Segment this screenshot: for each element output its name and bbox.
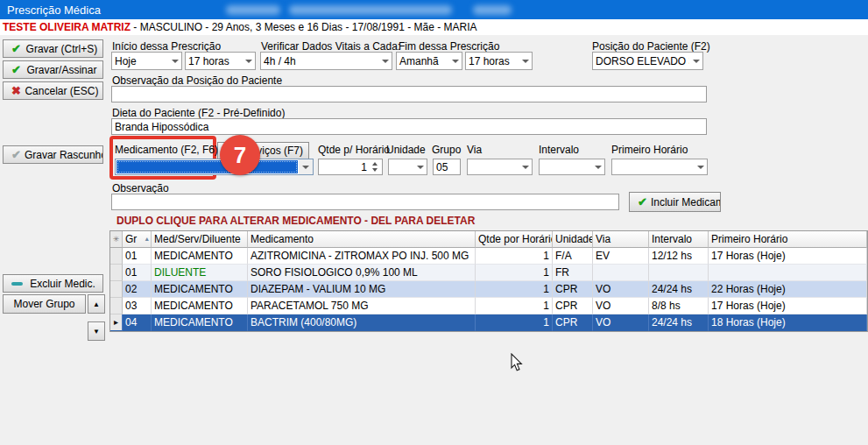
cancelar-button-label: Cancelar (ESC) [21,85,102,97]
intervalo-combo[interactable] [539,159,605,175]
chevron-down-icon [591,166,604,169]
column-header-gr[interactable]: Gr▲ [123,231,152,248]
cell-via: EV [593,248,649,265]
mover-grupo-button[interactable]: Mover Grupo [3,294,86,314]
vitais-value: 4h / 4h [261,55,378,67]
cell-gr: 01 [123,265,152,281]
cell-via: VO [593,281,649,298]
inicio-dia-combo[interactable]: Hoje [111,52,182,70]
move-down-button[interactable]: ▼ [88,321,105,341]
fim-dia-value: Amanhã [397,55,448,67]
column-header-unidade[interactable]: Unidade [553,231,593,248]
vitais-combo[interactable]: 4h / 4h [260,52,392,70]
cell-primeiro: 17 Horas (Hoje) [709,298,867,314]
medication-table: ✳Gr▲Med/Serv/DiluenteMedicamentoQtde por… [109,230,868,332]
cell-unidade: F/A [553,248,593,265]
qtde-label: Qtde p/ Horário [318,144,390,156]
observacao-label: Observação [112,182,169,194]
gravar-assinar-button[interactable]: ✔ Gravar/Assinar [3,60,103,79]
grupo-input[interactable] [433,159,461,175]
posicao-label: Posição do Paciente (F2) [592,40,710,53]
gravar-rascunho-button[interactable]: ✔ Gravar Rascunho [3,145,103,164]
patient-info: - MASCULINO - 29 Anos, 3 Meses e 16 Dias… [131,21,477,33]
arrow-up-icon: ▲ [93,300,100,308]
cell-primeiro: 22 Horas (Hoje) [709,281,867,298]
table-header-row: ✳Gr▲Med/Serv/DiluenteMedicamentoQtde por… [110,231,867,248]
inicio-hora-combo[interactable]: 17 horas [185,52,256,70]
cell-qtde: 1 [476,314,553,331]
obs-posicao-input[interactable] [111,86,707,102]
cell-unidade: CPR [553,281,593,298]
sort-ascending-icon: ▲ [144,236,150,242]
qtde-value: 1 [319,161,369,173]
chevron-down-icon [242,60,255,63]
column-header-primeiro[interactable]: Primeiro Horário [709,231,867,248]
qtde-stepper[interactable]: 1 [318,159,383,175]
column-header-intervalo[interactable]: Intervalo [649,231,709,248]
cell-tipo: MEDICAMENTO [152,298,248,314]
patient-name: TESTE OLIVEIRA MATRIZ [3,21,131,33]
check-icon: ✔ [11,64,21,75]
chevron-down-icon [168,60,181,63]
via-combo[interactable] [467,159,533,175]
column-header-qtde[interactable]: Qtde por Horário [476,231,553,248]
row-indicator [110,265,123,281]
cell-qtde: 1 [476,265,553,281]
redacted-text [226,5,280,15]
cell-tipo: MEDICAMENTO [152,281,248,298]
chevron-down-icon [413,166,427,169]
cell-gr: 04 [123,314,152,331]
medicamento-combo[interactable] [115,159,314,175]
table-row[interactable]: 02MEDICAMENTODIAZEPAM - VALIUM 10 MG1CPR… [110,281,867,298]
mouse-cursor [511,353,523,372]
column-header-via[interactable]: Via [593,231,649,248]
fim-dia-combo[interactable]: Amanhã [396,52,462,70]
cell-gr: 01 [123,248,152,265]
fim-label: Fim dessa Prescrição [399,40,499,53]
check-icon: ✔ [11,43,21,54]
cell-medicamento: DIAZEPAM - VALIUM 10 MG [248,281,476,298]
cell-via: VO [593,298,649,314]
cell-qtde: 1 [476,298,553,314]
column-header-medicamento[interactable]: Medicamento [248,231,476,248]
table-row[interactable]: ▸04MEDICAMENTOBACTRIM (400/80MG)1CPRVO24… [110,314,867,331]
redacted-text [289,5,452,15]
cancelar-button[interactable]: ✖ Cancelar (ESC) [3,81,103,100]
mover-grupo-button-label: Mover Grupo [4,298,85,310]
annotation-step-badge: 7 [220,135,260,175]
table-row[interactable]: 01MEDICAMENTOAZITROMICINA - ZITROMAX PO … [110,248,867,265]
incluir-medicamento-button-label: Incluir Medicamento [647,196,720,208]
unidade-combo[interactable] [388,159,427,175]
dieta-input[interactable] [111,118,707,135]
grid-indicator-header: ✳ [110,231,123,248]
table-row[interactable]: 03MEDICAMENTOPARACETAMOL 750 MG1CPRVO8/8… [110,298,867,314]
obs-posicao-label: Observação da Posição do Paciente [112,74,282,87]
cell-intervalo: 24/24 hs [649,281,709,298]
primeiro-horario-label: Primeiro Horário [611,144,688,156]
cell-primeiro: 18 Horas (Hoje) [709,314,867,331]
cell-tipo: MEDICAMENTO [152,314,248,331]
cell-qtde: 1 [476,281,553,298]
table-row[interactable]: 01DILUENTESORO FISIOLOGICO 0,9% 100 ML1F… [110,265,867,281]
chevron-down-icon [519,166,532,169]
gravar-button[interactable]: ✔ Gravar (Ctrl+S) [3,39,103,58]
unidade-label: Unidade [386,144,426,156]
fim-hora-combo[interactable]: 17 horas [465,52,533,70]
posicao-value: DORSO ELEVADO 30 G [593,55,689,67]
posicao-combo[interactable]: DORSO ELEVADO 30 G [592,52,703,70]
observacao-input[interactable] [111,194,619,210]
cell-gr: 02 [123,281,152,298]
excluir-medic-button[interactable]: Excluir Medic. [3,274,103,293]
spinner-arrows-icon[interactable] [369,162,382,172]
cell-medicamento: SORO FISIOLOGICO 0,9% 100 ML [248,265,476,281]
dieta-label: Dieta do Paciente (F2 - Pré-Definido) [112,107,285,119]
vitais-label: Verificar Dados Vitais a Cada: [261,40,400,53]
medicamento-selected-fill [116,160,298,173]
table-body: 01MEDICAMENTOAZITROMICINA - ZITROMAX PO … [110,248,867,331]
incluir-medicamento-button[interactable]: ✔ Incluir Medicamento [629,192,721,212]
titlebar: Prescrição Médica [0,0,868,19]
primeiro-horario-combo[interactable] [611,159,708,175]
move-up-button[interactable]: ▲ [88,294,105,314]
cell-qtde: 1 [476,248,553,265]
column-header-tipo[interactable]: Med/Serv/Diluente [152,231,248,248]
